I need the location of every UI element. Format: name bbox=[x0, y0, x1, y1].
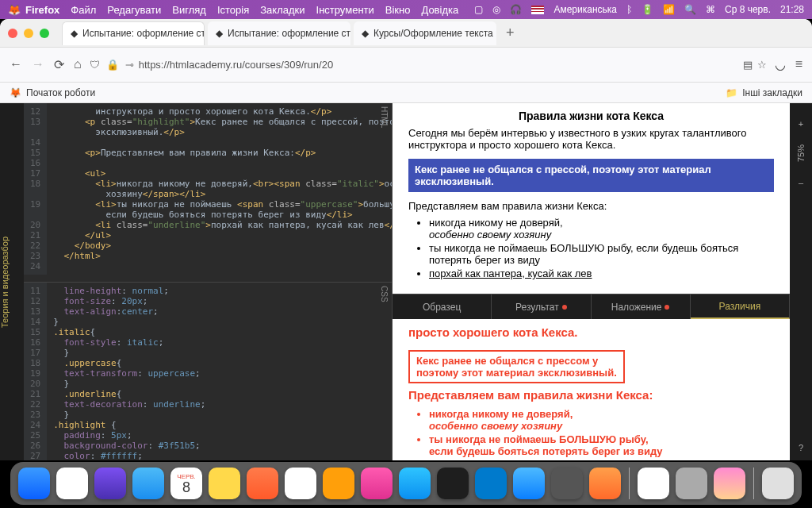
browser-tab[interactable]: ◆ Испытание: оформление стат × bbox=[208, 21, 350, 45]
bookmark-item[interactable]: Початок роботи bbox=[26, 87, 95, 98]
home-button[interactable]: ⌂ bbox=[74, 57, 82, 72]
zoom-out-button[interactable]: – bbox=[799, 178, 803, 187]
sidebar-zoom: + 75% – ? bbox=[790, 103, 812, 460]
bookmark-star-icon[interactable]: ☆ bbox=[757, 59, 767, 71]
notes-icon[interactable] bbox=[209, 468, 240, 499]
code-editor-html[interactable]: HTML 1213 1415161718 19 2021222324 инстр… bbox=[24, 103, 392, 282]
activity-icon[interactable] bbox=[676, 468, 707, 499]
appstore-icon[interactable] bbox=[399, 468, 431, 499]
firefox-dock-icon[interactable] bbox=[589, 468, 621, 499]
diff-highlight-box: Кекс ранее не общался с прессом у поэтом… bbox=[408, 350, 625, 383]
help-button[interactable]: ? bbox=[799, 443, 803, 452]
menu-item[interactable]: Закладки bbox=[260, 4, 304, 16]
headphones-icon[interactable]: 🎧 bbox=[510, 4, 522, 15]
bluetooth-icon[interactable]: ᛒ bbox=[626, 4, 632, 15]
code-text[interactable]: инструктора и просто хорошего кота Кекса… bbox=[47, 103, 392, 275]
launchpad-icon[interactable] bbox=[56, 468, 88, 499]
tab-bar: ◆ Испытание: оформление статьи × ◆ Испыт… bbox=[0, 19, 812, 48]
tips-icon[interactable] bbox=[323, 468, 354, 499]
menu-item[interactable]: Вигляд bbox=[172, 4, 206, 16]
reader-icon[interactable]: ▤ bbox=[743, 59, 753, 71]
menubar-date[interactable]: Ср 8 черв. bbox=[725, 4, 771, 15]
permissions-icon[interactable]: ⊸ bbox=[125, 59, 134, 71]
ibooks-icon[interactable] bbox=[247, 468, 278, 499]
preview-highlight: Кекс ранее не общался с прессой, поэтому… bbox=[408, 159, 774, 192]
cleanmymac-icon[interactable] bbox=[714, 468, 745, 499]
pocket-icon[interactable]: ◡ bbox=[775, 57, 786, 72]
forward-button[interactable]: → bbox=[32, 57, 44, 72]
safari-icon[interactable] bbox=[132, 468, 164, 499]
textedit-icon[interactable] bbox=[638, 468, 669, 499]
tab-favicon: ◆ bbox=[362, 28, 369, 39]
menu-icon[interactable]: ≡ bbox=[795, 57, 802, 72]
control-center-icon[interactable]: ⌘ bbox=[706, 4, 715, 15]
shield-icon[interactable]: 🛡 bbox=[90, 59, 100, 71]
reminders-icon[interactable] bbox=[285, 468, 316, 499]
line-numbers: 11121314151617181920212223242526272829 bbox=[24, 283, 47, 461]
close-button[interactable] bbox=[8, 29, 17, 38]
screencast-icon[interactable]: ▢ bbox=[474, 4, 483, 15]
tab-title: Испытание: оформление статьи bbox=[82, 28, 205, 39]
zoom-percent: 75% bbox=[796, 144, 806, 162]
finder-icon[interactable] bbox=[18, 468, 50, 499]
battery-icon[interactable]: 🔋 bbox=[642, 4, 653, 15]
tab-favicon: ◆ bbox=[71, 28, 78, 39]
menu-item[interactable]: Інструменти bbox=[316, 4, 374, 16]
tab-overlay[interactable]: Наложение bbox=[592, 294, 691, 319]
search-icon[interactable]: 🔍 bbox=[684, 4, 696, 15]
refresh-button[interactable]: ⟳ bbox=[54, 57, 64, 72]
siri-icon[interactable] bbox=[94, 468, 126, 499]
bookmark-folder[interactable]: Інші закладки bbox=[742, 87, 802, 98]
shazam-icon[interactable]: ◎ bbox=[492, 4, 500, 15]
folder-icon: 📁 bbox=[726, 87, 737, 98]
input-lang[interactable]: Американська bbox=[553, 4, 617, 15]
window-controls bbox=[8, 29, 49, 38]
vscode-icon[interactable] bbox=[475, 468, 507, 499]
maximize-button[interactable] bbox=[40, 29, 49, 38]
zoom-in-button[interactable]: + bbox=[799, 119, 803, 129]
settings-icon[interactable] bbox=[551, 468, 583, 499]
menubar-app[interactable]: 🦊 Firefox bbox=[8, 4, 59, 16]
line-numbers: 1213 1415161718 19 2021222324 bbox=[24, 103, 47, 275]
menu-item[interactable]: Файл bbox=[71, 4, 96, 16]
tab-favicon: ◆ bbox=[216, 28, 223, 39]
browser-tab[interactable]: ◆ Курсы/Оформление текста · П × bbox=[354, 21, 496, 45]
flag-icon[interactable] bbox=[531, 6, 544, 14]
tab-diff[interactable]: Различия bbox=[691, 294, 790, 319]
tab-result[interactable]: Результат bbox=[492, 294, 591, 319]
bookmarks-bar: 🦊 Початок роботи 📁 Інші закладки bbox=[0, 83, 812, 103]
new-tab-button[interactable]: + bbox=[500, 25, 521, 41]
wifi-icon[interactable]: 📶 bbox=[663, 4, 675, 15]
back-button[interactable]: ← bbox=[10, 57, 22, 72]
cal-day: 8 bbox=[182, 480, 190, 495]
list-item: порхай как пантера, кусай как лев bbox=[429, 267, 774, 279]
minimize-button[interactable] bbox=[24, 29, 33, 38]
tab-title: Испытание: оформление стат bbox=[228, 28, 350, 39]
code-label-html: HTML bbox=[380, 106, 389, 128]
diff-list: никогда никому не доверяй,особенно своем… bbox=[429, 408, 774, 460]
figma-icon[interactable] bbox=[437, 468, 469, 499]
sidebar-theory[interactable]: Теория и видеоразбор bbox=[0, 103, 24, 460]
calendar-icon[interactable]: ЧЕРВ. 8 bbox=[170, 468, 202, 499]
list-item: никогда никому не доверяй,особенно своем… bbox=[429, 408, 774, 432]
menu-item[interactable]: Історія bbox=[217, 4, 249, 16]
url-text: https://htmlacademy.ru/courses/309/run/2… bbox=[139, 59, 333, 71]
code-text[interactable]: line-height: normal; font-size: 20px; te… bbox=[47, 283, 212, 461]
browser-tab[interactable]: ◆ Испытание: оформление статьи × bbox=[62, 21, 205, 45]
menubar-time[interactable]: 21:28 bbox=[780, 4, 804, 15]
firefox-icon: 🦊 bbox=[8, 4, 21, 16]
menu-item[interactable]: Довідка bbox=[421, 4, 458, 16]
preview-output: Правила жизни кота Кекса Сегодня мы берё… bbox=[393, 103, 790, 294]
trash-icon[interactable] bbox=[762, 468, 794, 499]
macos-menubar: 🦊 Firefox Файл Редагувати Вигляд Історія… bbox=[0, 0, 812, 19]
tab-sample[interactable]: Образец bbox=[393, 294, 492, 319]
music-icon[interactable] bbox=[361, 468, 393, 499]
compare-tabs: Образец Результат Наложение Различия bbox=[393, 294, 790, 319]
address-bar[interactable]: 🛡 🔒 ⊸ https://htmlacademy.ru/courses/309… bbox=[90, 59, 767, 71]
zoom-icon[interactable] bbox=[513, 468, 545, 499]
code-editor-css[interactable]: CSS 111213141516171819202122232425262728… bbox=[24, 282, 392, 461]
menu-item[interactable]: Редагувати bbox=[107, 4, 161, 16]
menu-item[interactable]: Вікно bbox=[385, 4, 411, 16]
list-item: ты никогда не поймаешь БОЛЬШУЮ рыбу,если… bbox=[429, 433, 774, 457]
browser-window: ◆ Испытание: оформление статьи × ◆ Испыт… bbox=[0, 19, 812, 460]
